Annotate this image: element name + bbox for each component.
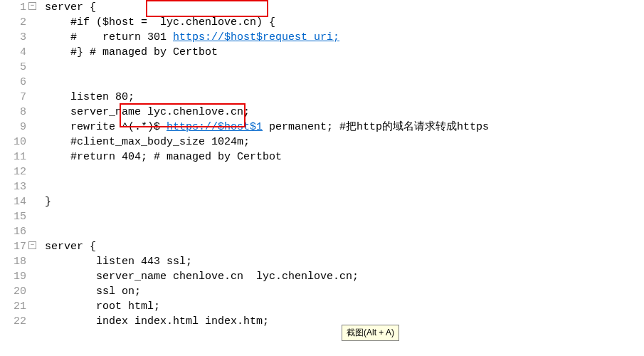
code-text: rewrite ^(.*)$ [45,121,167,133]
code-line[interactable]: # return 301 https://$host$request_uri; [45,30,644,45]
code-line[interactable]: server_name chenlove.cn lyc.chenlove.cn; [45,269,644,284]
line-number: 18 [0,254,26,269]
line-number: 17− [0,239,26,254]
line-number: 16 [0,224,26,239]
line-number: 6 [0,75,26,90]
code-line[interactable]: #} # managed by Certbot [45,45,644,60]
code-line[interactable] [45,209,644,224]
code-line[interactable]: server { [45,0,644,15]
code-text: lyc.chenlove.cn) [154,16,263,28]
fold-marker-icon[interactable]: − [28,241,36,249]
line-number: 22 [0,314,26,329]
screenshot-tooltip: 截图(Alt + A) [342,325,399,341]
line-number: 3 [0,30,26,45]
code-link[interactable]: https://$host$1 [167,121,263,133]
line-number: 10 [0,135,26,150]
line-number: 8 [0,105,26,120]
code-line[interactable]: listen 443 ssl; [45,254,644,269]
code-line[interactable]: #return 404; # managed by Certbot [45,150,644,164]
code-text: #if ($host = [45,16,154,28]
line-number: 1− [0,0,26,15]
line-number: 7 [0,90,26,105]
code-line[interactable] [45,75,644,90]
code-link[interactable]: https://$host$request_uri; [173,31,339,43]
line-number: 11 [0,150,26,164]
code-text: server_name [45,106,141,118]
code-line[interactable]: server_name lyc.chenlove.cn; [45,105,644,120]
code-text: lyc.chenlove.cn; [141,106,250,118]
code-line[interactable]: root html; [45,299,644,314]
line-number: 19 [0,269,26,284]
code-line[interactable] [45,224,644,239]
code-line[interactable] [45,164,644,179]
code-line[interactable]: #if ($host = lyc.chenlove.cn) { [45,15,644,30]
code-line[interactable]: ssl on; [45,284,644,299]
line-number: 4 [0,45,26,60]
code-line[interactable]: server { [45,239,644,254]
code-text: permanent; #把http的域名请求转成https [263,121,489,133]
code-line[interactable]: listen 80; [45,90,644,105]
code-line[interactable]: #client_max_body_size 1024m; [45,135,644,150]
code-text: { [263,16,275,28]
code-line[interactable]: } [45,194,644,209]
code-line[interactable] [45,179,644,194]
code-line[interactable] [45,60,644,75]
fold-marker-icon[interactable]: − [28,2,36,10]
line-number: 5 [0,60,26,75]
code-line[interactable]: rewrite ^(.*)$ https://$host$1 permanent… [45,120,644,135]
code-area[interactable]: server { #if ($host = lyc.chenlove.cn) {… [32,0,644,356]
line-number: 14 [0,194,26,209]
line-number: 15 [0,209,26,224]
line-number: 12 [0,164,26,179]
line-number: 20 [0,284,26,299]
code-text: # return 301 [45,31,173,43]
line-number: 13 [0,179,26,194]
code-editor: 1−234567891011121314151617−1819202122 se… [0,0,644,356]
line-number: 9 [0,120,26,135]
line-number: 21 [0,299,26,314]
line-number: 2 [0,15,26,30]
line-number-gutter: 1−234567891011121314151617−1819202122 [0,0,32,356]
